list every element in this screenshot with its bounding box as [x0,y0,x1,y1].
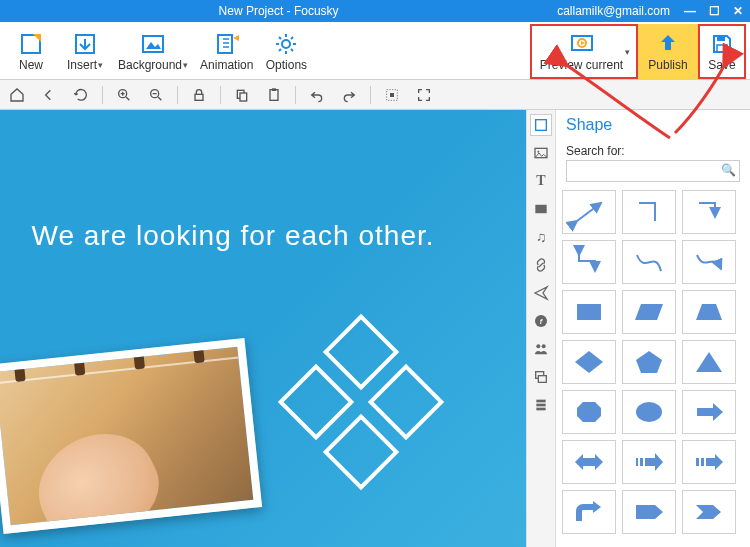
shape-tool-icon[interactable] [530,114,552,136]
svg-rect-5 [218,35,232,53]
svg-marker-44 [575,351,603,373]
animation-button[interactable]: Animation [194,24,259,79]
svg-point-34 [542,344,546,348]
dropdown-caret-icon[interactable]: ▾ [625,47,630,57]
new-button[interactable]: New [4,24,58,79]
shape-arrow-right[interactable] [682,390,736,434]
undo-icon[interactable] [306,84,328,106]
layers-tool-icon[interactable] [530,366,552,388]
svg-rect-11 [717,36,725,41]
preview-current-button[interactable]: Preview current ▾ [530,24,638,79]
music-tool-icon[interactable]: ♫ [530,226,552,248]
shape-curve[interactable] [622,240,676,284]
background-button[interactable]: Background▾ [112,24,194,79]
close-button[interactable]: ✕ [726,4,750,18]
shape-arrow-leftright[interactable] [562,440,616,484]
svg-marker-46 [696,352,722,372]
user-email[interactable]: callamilk@gmail.com [557,4,670,18]
insert-icon [73,32,97,56]
shape-curve-arrow[interactable] [682,240,736,284]
shape-arrow-striped[interactable] [622,440,676,484]
shape-trapezoid[interactable] [682,290,736,334]
image-tool-icon[interactable] [530,142,552,164]
shape-octagon[interactable] [562,390,616,434]
canvas-photo[interactable] [0,338,262,534]
svg-rect-26 [536,120,547,131]
svg-marker-50 [575,454,603,470]
shape-line-diagonal[interactable] [562,190,616,234]
redo-icon[interactable] [338,84,360,106]
text-tool-icon[interactable]: T [530,170,552,192]
background-label: Background [118,58,182,72]
people-tool-icon[interactable] [530,338,552,360]
shape-arrow-pentagon[interactable] [622,490,676,534]
svg-marker-59 [696,505,721,519]
svg-marker-57 [593,501,601,513]
new-icon [19,32,43,56]
svg-rect-51 [636,458,638,466]
insert-button[interactable]: Insert▾ [58,24,112,79]
svg-rect-39 [536,408,545,411]
shape-arrow-notched[interactable] [682,440,736,484]
svg-marker-56 [706,454,723,470]
svg-marker-45 [636,351,662,373]
maximize-button[interactable]: ☐ [702,4,726,18]
svg-rect-54 [696,458,699,466]
copy-icon[interactable] [231,84,253,106]
fullscreen-icon[interactable] [413,84,435,106]
options-icon [274,32,298,56]
insert-label: Insert [67,58,97,72]
publish-button[interactable]: Publish [638,24,698,79]
title-bar: New Project - Focusky callamilk@gmail.co… [0,0,750,22]
svg-marker-47 [577,402,601,422]
canvas-heading[interactable]: We are looking for each other. [0,220,466,252]
back-icon[interactable] [38,84,60,106]
publish-icon [656,32,680,56]
fit-icon[interactable] [381,84,403,106]
svg-marker-4 [146,42,161,49]
canvas[interactable]: We are looking for each other. [0,110,526,547]
send-tool-icon[interactable] [530,282,552,304]
main-area: We are looking for each other. T ♫ f [0,110,750,547]
svg-rect-25 [326,417,397,488]
svg-point-48 [636,402,662,422]
shape-elbow-down[interactable] [622,190,676,234]
svg-rect-12 [717,45,727,52]
svg-rect-36 [538,376,546,383]
publish-label: Publish [648,58,687,72]
flash-tool-icon[interactable]: f [530,310,552,332]
svg-rect-55 [701,458,704,466]
background-icon [141,32,165,56]
shape-triangle[interactable] [682,340,736,384]
zoom-out-icon[interactable] [145,84,167,106]
options-button[interactable]: Options [259,24,313,79]
svg-rect-18 [270,89,278,100]
zoom-in-icon[interactable] [113,84,135,106]
shape-diamond[interactable] [562,340,616,384]
minimize-button[interactable]: — [678,4,702,18]
svg-rect-3 [143,36,163,52]
shape-search-input[interactable] [566,160,740,182]
shape-arrow-bent[interactable] [562,490,616,534]
shape-panel: Shape Search for: 🔍 [556,110,750,547]
shape-elbow-double[interactable] [562,240,616,284]
shape-pentagon[interactable] [622,340,676,384]
video-tool-icon[interactable] [530,198,552,220]
shape-arrow-chevron[interactable] [682,490,736,534]
search-icon[interactable]: 🔍 [721,163,736,177]
lock-icon[interactable] [188,84,210,106]
home-icon[interactable] [6,84,28,106]
shape-parallelogram[interactable] [622,290,676,334]
save-button[interactable]: Save [698,24,746,79]
paste-icon[interactable] [263,84,285,106]
refresh-icon[interactable] [70,84,92,106]
diamond-shapes[interactable] [266,317,466,517]
shape-rectangle[interactable] [562,290,616,334]
link-tool-icon[interactable] [530,254,552,276]
shape-elbow-arrow[interactable] [682,190,736,234]
stack-tool-icon[interactable] [530,394,552,416]
shape-ellipse[interactable] [622,390,676,434]
svg-marker-49 [697,403,723,421]
svg-marker-1 [33,34,41,42]
dropdown-caret-icon: ▾ [183,60,188,70]
